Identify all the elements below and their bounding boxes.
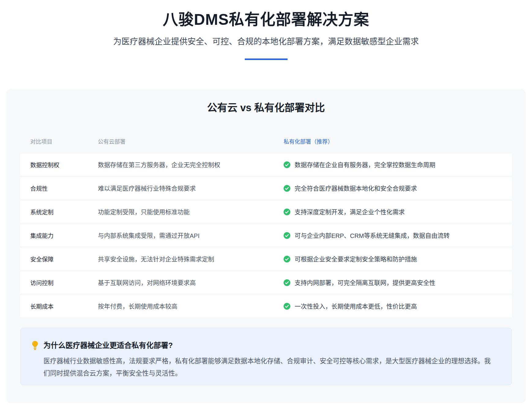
- hero-section: 八骏DMS私有化部署解决方案 为医疗器械企业提供安全、可控、合规的本地化部署方案…: [0, 0, 532, 60]
- column-header-private: 私有化部署（推荐）: [284, 138, 512, 146]
- check-circle-icon: [284, 279, 290, 286]
- table-row: 数据控制权 数据存储在第三方服务器，企业无完全控制权 数据存储在企业自有服务器，…: [20, 154, 512, 175]
- comparison-table: 对比项目 公有云部署 私有化部署（推荐） 数据控制权 数据存储在第三方服务器，企…: [20, 138, 512, 317]
- check-circle-icon: [284, 256, 290, 262]
- row-private-text: 可与企业内部ERP、CRM等系统无缝集成，数据自由流转: [295, 231, 450, 240]
- row-private-cell: 完全符合医疗器械数据本地化和安全合规要求: [284, 184, 512, 193]
- row-private-text: 一次性投入，长期使用成本更低，性价比更高: [295, 302, 417, 311]
- row-public-text: 难以满足医疗器械行业特殊合规要求: [98, 184, 284, 193]
- row-private-text: 支持内网部署，可完全隔离互联网，提供更高安全性: [295, 278, 435, 287]
- row-item-label: 合规性: [30, 184, 98, 192]
- row-item-label: 数据控制权: [30, 160, 98, 169]
- check-circle-icon: [284, 185, 290, 192]
- accent-divider: [245, 58, 288, 60]
- row-item-label: 长期成本: [30, 302, 98, 310]
- check-circle-icon: [284, 232, 290, 239]
- row-public-text: 共享安全设施，无法针对企业特殊需求定制: [98, 255, 284, 263]
- row-private-cell: 一次性投入，长期使用成本更低，性价比更高: [284, 302, 512, 311]
- comparison-title: 公有云 vs 私有化部署对比: [20, 101, 512, 114]
- row-public-text: 数据存储在第三方服务器，企业无完全控制权: [98, 160, 284, 169]
- row-public-text: 基于互联网访问，对网络环境要求高: [98, 278, 284, 287]
- info-box-title: 为什么医疗器械企业更适合私有化部署?: [43, 340, 173, 351]
- row-private-text: 可根据企业安全要求定制安全策略和防护措施: [295, 255, 417, 263]
- row-public-text: 与内部系统集成受限，需通过开放API: [98, 231, 284, 240]
- info-box-header: 为什么医疗器械企业更适合私有化部署?: [32, 340, 500, 351]
- row-private-cell: 数据存储在企业自有服务器，完全掌控数据生命周期: [284, 160, 512, 169]
- table-row: 合规性 难以满足医疗器械行业特殊合规要求 完全符合医疗器械数据本地化和安全合规要…: [20, 177, 512, 199]
- row-item-label: 集成能力: [30, 231, 98, 239]
- check-circle-icon: [284, 209, 290, 215]
- row-private-cell: 可根据企业安全要求定制安全策略和防护措施: [284, 255, 512, 263]
- column-header-item: 对比项目: [30, 138, 98, 146]
- check-circle-icon: [284, 161, 290, 168]
- row-private-cell: 支持深度定制开发，满足企业个性化需求: [284, 207, 512, 216]
- row-private-text: 完全符合医疗器械数据本地化和安全合规要求: [295, 184, 417, 193]
- row-public-text: 按年付费，长期使用成本较高: [98, 302, 284, 311]
- info-box-body: 医疗器械行业数据敏感性高，法规要求严格，私有化部署能够满足数据本地化存储、合规审…: [43, 355, 493, 379]
- row-public-text: 功能定制受限，只能使用标准功能: [98, 207, 284, 216]
- check-circle-icon: [284, 303, 290, 310]
- row-item-label: 系统定制: [30, 208, 98, 216]
- table-body: 数据控制权 数据存储在第三方服务器，企业无完全控制权 数据存储在企业自有服务器，…: [20, 154, 512, 317]
- row-item-label: 安全保障: [30, 255, 98, 263]
- table-row: 集成能力 与内部系统集成受限，需通过开放API 可与企业内部ERP、CRM等系统…: [20, 224, 512, 246]
- row-private-text: 数据存储在企业自有服务器，完全掌控数据生命周期: [295, 160, 435, 169]
- table-row: 访问控制 基于互联网访问，对网络环境要求高 支持内网部署，可完全隔离互联网，提供…: [20, 272, 512, 293]
- comparison-card: 公有云 vs 私有化部署对比 对比项目 公有云部署 私有化部署（推荐） 数据控制…: [6, 89, 526, 403]
- lightbulb-icon: [32, 340, 39, 351]
- page-title: 八骏DMS私有化部署解决方案: [0, 11, 532, 29]
- table-row: 系统定制 功能定制受限，只能使用标准功能 支持深度定制开发，满足企业个性化需求: [20, 201, 512, 223]
- info-box: 为什么医疗器械企业更适合私有化部署? 医疗器械行业数据敏感性高，法规要求严格，私…: [20, 328, 512, 385]
- table-row: 长期成本 按年付费，长期使用成本较高 一次性投入，长期使用成本更低，性价比更高: [20, 295, 512, 317]
- row-private-text: 支持深度定制开发，满足企业个性化需求: [295, 207, 405, 216]
- table-header-row: 对比项目 公有云部署 私有化部署（推荐）: [20, 138, 512, 154]
- row-item-label: 访问控制: [30, 278, 98, 287]
- column-header-public: 公有云部署: [98, 138, 284, 146]
- table-row: 安全保障 共享安全设施，无法针对企业特殊需求定制 可根据企业安全要求定制安全策略…: [20, 248, 512, 270]
- row-private-cell: 支持内网部署，可完全隔离互联网，提供更高安全性: [284, 278, 512, 287]
- page-subtitle: 为医疗器械企业提供安全、可控、合规的本地化部署方案，满足数据敏感型企业需求: [0, 36, 532, 48]
- row-private-cell: 可与企业内部ERP、CRM等系统无缝集成，数据自由流转: [284, 231, 512, 240]
